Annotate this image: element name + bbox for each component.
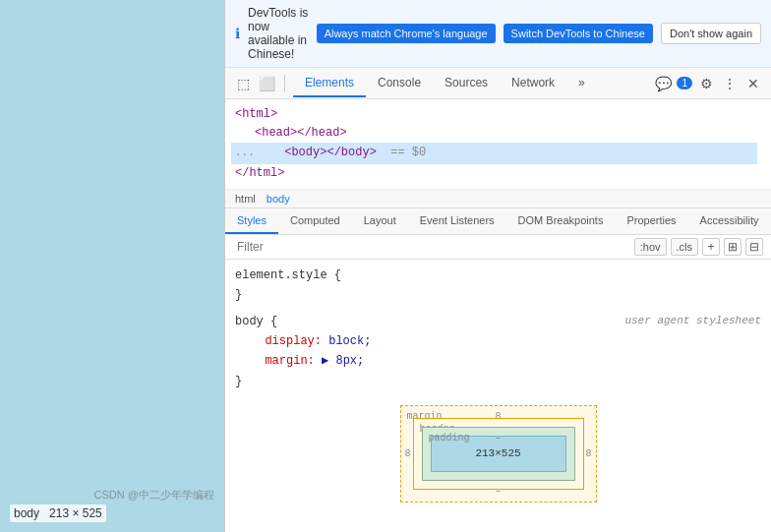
box-model-container: margin 8 8 8 – border – padding – 213×52… xyxy=(235,397,761,510)
tab-elements[interactable]: Elements xyxy=(293,70,366,97)
tab-sources[interactable]: Sources xyxy=(433,70,500,97)
style-rule-body: body { user agent stylesheet display: bl… xyxy=(235,312,761,392)
subtab-accessibility[interactable]: Accessibility xyxy=(688,208,771,234)
nav-tabs: Elements Console Sources Network » xyxy=(293,70,597,97)
webpage-preview: body 213 × 525 CSDN @中二少年学编程 xyxy=(0,0,224,532)
devtools-panel: ℹ DevTools is now available in Chinese! … xyxy=(224,0,771,532)
filter-input[interactable] xyxy=(233,238,634,256)
switch-devtools-button[interactable]: Switch DevTools to Chinese xyxy=(504,24,653,43)
body-dimensions: 213 × 525 xyxy=(49,506,102,520)
device-icon[interactable]: ⬜ xyxy=(257,74,276,93)
styles-content: element.style { } body { user agent styl… xyxy=(225,260,771,532)
dom-line-html-close[interactable]: </html> xyxy=(235,164,761,183)
notification-bar: ℹ DevTools is now available in Chinese! … xyxy=(225,0,771,68)
margin-left-value: 8 xyxy=(405,445,411,462)
top-toolbar: ⬚ ⬜ Elements Console Sources Network » 💬… xyxy=(225,68,771,99)
tab-network[interactable]: Network xyxy=(500,70,566,97)
body-rule-header: body { user agent stylesheet xyxy=(235,312,761,331)
toolbar-right: 💬 1 ⚙ ⋮ ✕ xyxy=(653,74,763,93)
margin-right-value: 8 xyxy=(585,445,591,462)
dom-line-html[interactable]: <html> xyxy=(235,105,761,124)
display-prop: display: xyxy=(251,334,322,348)
dom-tree: <html> <head></head> ... <body></body> =… xyxy=(225,99,771,190)
subtab-properties[interactable]: Properties xyxy=(615,208,687,234)
margin-val: ▶ 8px; xyxy=(322,354,364,368)
close-icon[interactable]: ✕ xyxy=(743,74,763,93)
html-close-tag: </html> xyxy=(235,164,284,183)
inspect-icon[interactable]: ⬚ xyxy=(233,74,253,93)
dom-line-head[interactable]: <head></head> xyxy=(235,124,761,143)
body-tag: body xyxy=(14,506,39,520)
body-rule-close: } xyxy=(235,372,761,391)
tab-more[interactable]: » xyxy=(566,70,597,97)
more-icon[interactable]: ⋮ xyxy=(720,74,740,93)
dom-dollar: == $0 xyxy=(384,146,426,159)
subtab-computed[interactable]: Computed xyxy=(278,208,352,234)
box-padding: padding – 213×525 xyxy=(422,427,575,481)
body-display-property[interactable]: display: block; xyxy=(235,331,761,351)
watermark: CSDN @中二少年学编程 xyxy=(94,488,214,502)
body-margin-property[interactable]: margin: ▶ 8px; xyxy=(235,351,761,371)
margin-prop: margin: xyxy=(251,354,315,368)
display-val: block; xyxy=(328,334,371,348)
breadcrumb-body[interactable]: body xyxy=(267,193,290,205)
settings-icon[interactable]: ⚙ xyxy=(696,74,716,93)
subtab-event-listeners[interactable]: Event Listeners xyxy=(408,208,506,234)
body-selector[interactable]: body { xyxy=(235,312,277,331)
dom-dots: ... xyxy=(235,147,255,158)
dismiss-button[interactable]: Don't show again xyxy=(661,23,761,44)
style-rule-element: element.style { } xyxy=(235,266,761,306)
html-tag: <html> xyxy=(235,105,277,124)
subtab-styles[interactable]: Styles xyxy=(225,208,278,234)
tab-console[interactable]: Console xyxy=(366,70,433,97)
breadcrumb-html[interactable]: html xyxy=(235,193,256,205)
body-tag-dom: <body></body> xyxy=(284,146,377,159)
layout1-button[interactable]: ⊞ xyxy=(724,238,741,256)
layout2-button[interactable]: ⊟ xyxy=(745,238,763,256)
sub-tabs: Styles Computed Layout Event Listeners D… xyxy=(225,208,771,235)
toolbar-divider xyxy=(284,75,285,92)
cls-button[interactable]: .cls xyxy=(671,238,699,256)
subtab-dom-breakpoints[interactable]: DOM Breakpoints xyxy=(506,208,616,234)
subtab-layout[interactable]: Layout xyxy=(352,208,408,234)
body-dimension-label: body 213 × 525 xyxy=(10,504,106,522)
chat-icon[interactable]: 💬 xyxy=(653,74,673,93)
notification-text: DevTools is now available in Chinese! xyxy=(248,6,309,61)
hov-button[interactable]: :hov xyxy=(634,238,667,256)
box-border: border – padding – 213×525 xyxy=(413,418,584,490)
dom-line-body[interactable]: ... <body></body> == $0 xyxy=(231,143,757,163)
add-style-button[interactable]: + xyxy=(702,238,720,256)
element-style-close: } xyxy=(235,285,761,305)
element-style-selector[interactable]: element.style { xyxy=(235,266,761,285)
filter-buttons: :hov .cls + ⊞ ⊟ xyxy=(634,238,763,256)
padding-label: padding xyxy=(429,430,470,446)
box-margin: margin 8 8 8 – border – padding – 213×52… xyxy=(400,405,597,502)
filter-bar: :hov .cls + ⊞ ⊟ xyxy=(225,235,771,260)
match-language-button[interactable]: Always match Chrome's language xyxy=(317,24,496,43)
breadcrumb: html body xyxy=(225,190,771,208)
user-agent-label: user agent stylesheet xyxy=(624,312,761,331)
padding-value: – xyxy=(495,430,501,446)
info-icon: ℹ xyxy=(235,26,240,41)
head-tag: <head></head> xyxy=(255,124,347,143)
notification-badge: 1 xyxy=(677,77,692,89)
